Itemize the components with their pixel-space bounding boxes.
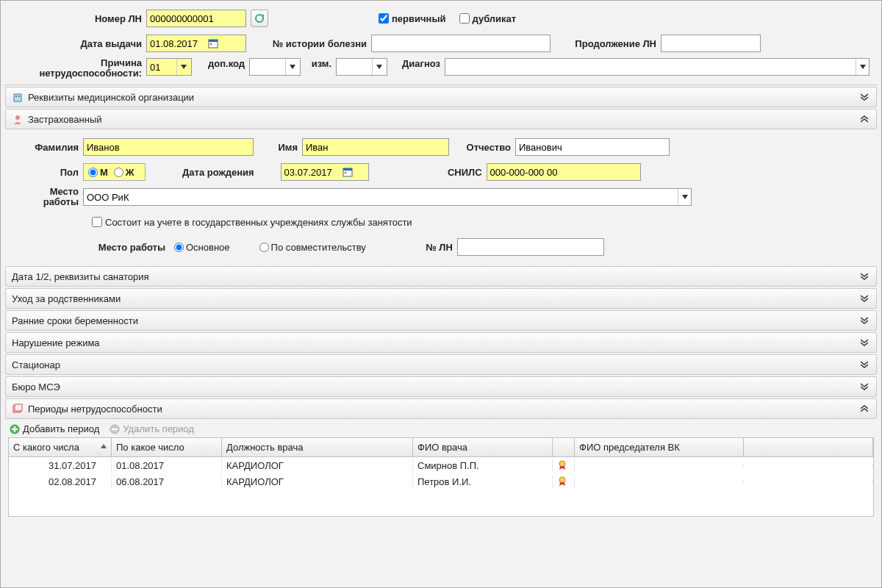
diagnosis-select[interactable]	[445, 58, 870, 76]
chevron-down-icon	[858, 315, 870, 326]
insured-body: Фамилия Имя Отчество Пол М Ж Дата рожден…	[4, 131, 878, 265]
add-code-label: доп.код	[192, 58, 249, 69]
duplicate-label: дубликат	[473, 13, 517, 24]
section-care[interactable]: Уход за родственниками	[5, 288, 877, 309]
employment-reg-label: Состоит на учете в государственных учреж…	[105, 217, 412, 228]
worktype-main-radio[interactable]	[174, 243, 184, 252]
section-pregnancy[interactable]: Ранние сроки беременности	[5, 310, 877, 331]
section-hospital[interactable]: Стационар	[5, 354, 877, 375]
chevron-down-icon	[858, 381, 870, 392]
chevron-down-icon[interactable]	[285, 59, 298, 75]
section-periods[interactable]: Периоды нетрудоспособности	[5, 398, 877, 419]
col-badge	[553, 438, 575, 456]
section-insured[interactable]: Застрахованный	[5, 109, 877, 129]
cell-from: 02.08.2017	[9, 475, 112, 489]
section-org[interactable]: Реквизиты медицинской организации	[5, 87, 877, 107]
lastname-label: Фамилия	[10, 142, 83, 153]
chevron-down-icon	[858, 293, 870, 304]
periods-table: С какого числа По какое число Должность …	[8, 437, 874, 517]
continuation-input[interactable]	[661, 35, 761, 52]
sort-asc-icon	[101, 444, 107, 448]
issue-date-label: Дата выдачи	[7, 38, 146, 49]
worktype-radio-group: Основное По совместительству	[170, 238, 376, 256]
svg-point-7	[15, 115, 20, 120]
add-code-select[interactable]	[249, 58, 301, 76]
history-no-input[interactable]	[371, 35, 551, 52]
primary-label: первичный	[392, 13, 446, 24]
ln-no-input[interactable]	[457, 238, 604, 256]
svg-rect-10	[345, 172, 346, 173]
ln-number-label: Номер ЛН	[7, 13, 146, 24]
col-position[interactable]: Должность врача	[222, 438, 413, 456]
svg-rect-12	[15, 404, 22, 411]
chg-select[interactable]	[336, 58, 387, 76]
cell-doctor: Смирнов П.П.	[413, 459, 553, 473]
person-icon	[12, 113, 24, 125]
cell-position: КАРДИОЛОГ	[222, 459, 413, 473]
chevron-down-icon	[858, 270, 870, 282]
chevron-down-icon[interactable]	[372, 59, 385, 75]
disability-reason-label: Причина нетрудоспособности:	[7, 58, 146, 79]
svg-rect-9	[343, 168, 352, 171]
svg-rect-2	[209, 40, 218, 42]
cell-doctor: Петров И.И.	[413, 475, 553, 489]
section-mse[interactable]: Бюро МСЭ	[5, 376, 877, 397]
chg-label: изм.	[301, 58, 336, 69]
issue-date-input[interactable]	[146, 35, 246, 52]
add-period-button[interactable]: Добавить период	[10, 423, 99, 434]
duplicate-checkbox[interactable]	[459, 13, 470, 24]
cell-chair	[575, 464, 744, 467]
top-form: Номер ЛН первичный дубликат Дата выдачи …	[4, 4, 878, 85]
table-row[interactable]: 31.07.201701.08.2017КАРДИОЛОГСмирнов П.П…	[9, 457, 873, 473]
section-violation[interactable]: Нарушение режима	[5, 332, 877, 353]
lastname-input[interactable]	[83, 138, 254, 156]
col-doctor[interactable]: ФИО врача	[413, 438, 553, 456]
patronymic-label: Отчество	[449, 142, 515, 153]
refresh-button[interactable]	[251, 10, 268, 27]
gender-f-radio[interactable]	[114, 168, 123, 177]
ln-no-label: № ЛН	[376, 242, 457, 253]
reason-code-select[interactable]	[146, 58, 192, 76]
cell-badge	[553, 459, 575, 472]
chevron-down-icon	[858, 91, 870, 103]
primary-checkbox[interactable]	[379, 13, 389, 24]
snils-input[interactable]	[487, 163, 641, 181]
chevron-down-icon	[858, 337, 870, 348]
chevron-down-icon	[858, 359, 870, 370]
patronymic-input[interactable]	[515, 138, 670, 156]
cell-to: 06.08.2017	[112, 475, 222, 489]
svg-rect-4	[14, 94, 21, 101]
svg-rect-6	[18, 96, 20, 97]
ln-number-input[interactable]	[146, 10, 246, 27]
svg-point-15	[559, 461, 565, 467]
chevron-down-icon[interactable]	[176, 59, 190, 75]
col-empty	[744, 438, 873, 456]
worktype-part-radio[interactable]	[259, 243, 269, 252]
col-chair[interactable]: ФИО председателя ВК	[575, 438, 744, 456]
continuation-label: Продолжение ЛН	[551, 38, 661, 49]
cell-chair	[575, 480, 744, 483]
firstname-input[interactable]	[302, 138, 449, 156]
chevron-down-icon[interactable]	[678, 189, 691, 205]
chevron-down-icon[interactable]	[856, 59, 869, 75]
snils-label: СНИЛС	[369, 167, 487, 178]
employment-reg-checkbox[interactable]	[92, 217, 102, 227]
firstname-label: Имя	[254, 142, 302, 153]
app-window: Номер ЛН первичный дубликат Дата выдачи …	[0, 0, 882, 588]
gender-m-radio[interactable]	[88, 168, 98, 177]
table-empty-space	[9, 490, 873, 516]
col-from[interactable]: С какого числа	[9, 438, 112, 456]
col-to[interactable]: По какое число	[112, 438, 222, 456]
history-no-label: № истории болезни	[246, 38, 371, 49]
section-date12[interactable]: Дата 1/2, реквизиты санатория	[5, 266, 877, 287]
svg-point-16	[559, 477, 565, 483]
delete-period-button: Удалить период	[110, 423, 194, 434]
table-header: С какого числа По какое число Должность …	[9, 438, 873, 457]
calendar-icon[interactable]	[340, 165, 355, 179]
calendar-icon[interactable]	[206, 36, 220, 51]
workplace-select[interactable]	[83, 188, 692, 206]
diagnosis-label: Диагноз	[387, 58, 445, 69]
gender-radio-group[interactable]: М Ж	[83, 163, 146, 181]
table-row[interactable]: 02.08.201706.08.2017КАРДИОЛОГПетров И.И.	[9, 473, 873, 490]
birthdate-input[interactable]	[281, 163, 369, 181]
